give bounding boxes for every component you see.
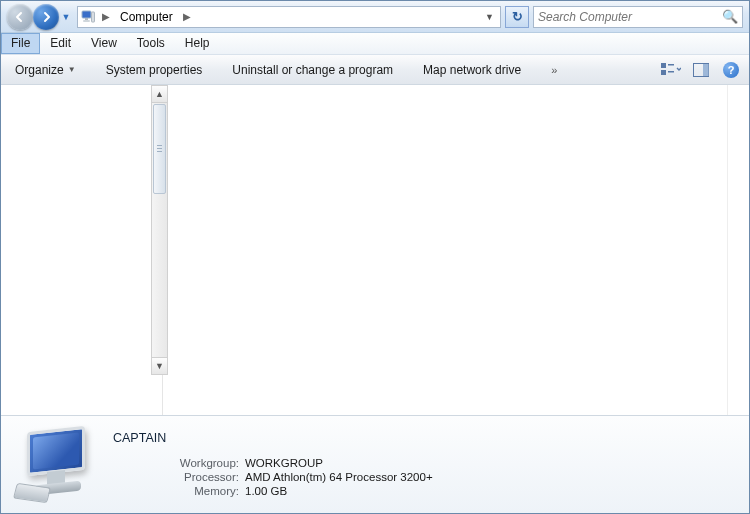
svg-rect-6 (668, 64, 674, 66)
detail-row-memory: Memory: 1.00 GB (113, 485, 737, 497)
address-bar[interactable]: ▶ Computer ▶ ▼ (77, 6, 501, 28)
svg-rect-3 (92, 12, 95, 22)
arrow-right-icon (40, 11, 52, 23)
svg-rect-4 (661, 63, 666, 68)
navigation-pane[interactable]: ▲ ▼ (1, 85, 163, 415)
refresh-icon: ↻ (512, 9, 523, 24)
detail-label: Processor: (113, 471, 245, 483)
menu-edit[interactable]: Edit (40, 33, 81, 54)
detail-row-workgroup: Workgroup: WORKGROUP (113, 457, 737, 469)
arrow-left-icon (14, 11, 26, 23)
content-area: ▲ ▼ (1, 85, 749, 415)
detail-row-processor: Processor: AMD Athlon(tm) 64 Processor 3… (113, 471, 737, 483)
navigation-bar: ▼ ▶ Computer ▶ ▼ ↻ 🔍 (1, 1, 749, 33)
menu-tools[interactable]: Tools (127, 33, 175, 54)
detail-value: AMD Athlon(tm) 64 Processor 3200+ (245, 471, 433, 483)
back-button[interactable] (7, 4, 33, 30)
detail-value: WORKGROUP (245, 457, 323, 469)
svg-rect-5 (661, 70, 666, 75)
menu-view[interactable]: View (81, 33, 127, 54)
svg-rect-7 (668, 71, 674, 73)
forward-button[interactable] (33, 4, 59, 30)
search-icon: 🔍 (722, 9, 738, 24)
preview-pane-icon (693, 63, 709, 77)
map-network-drive-button[interactable]: Map network drive (417, 59, 527, 81)
chevron-right-icon[interactable]: ▶ (181, 11, 193, 22)
details-pane: CAPTAIN Workgroup: WORKGROUP Processor: … (1, 415, 749, 513)
chevron-right-icon: ▶ (100, 11, 112, 22)
detail-value: 1.00 GB (245, 485, 287, 497)
svg-rect-1 (85, 18, 88, 20)
refresh-button[interactable]: ↻ (505, 6, 529, 28)
change-view-button[interactable] (661, 60, 681, 80)
system-properties-button[interactable]: System properties (100, 59, 209, 81)
command-bar: Organize ▼ System properties Uninstall o… (1, 55, 749, 85)
help-icon: ? (723, 62, 739, 78)
address-dropdown[interactable]: ▼ (481, 12, 498, 22)
details-text: CAPTAIN Workgroup: WORKGROUP Processor: … (113, 431, 737, 499)
computer-icon (80, 9, 96, 25)
right-edge (727, 85, 749, 415)
organize-button[interactable]: Organize ▼ (9, 59, 82, 81)
computer-large-icon (13, 425, 99, 505)
view-icon (661, 62, 681, 78)
menu-help[interactable]: Help (175, 33, 220, 54)
toolbar-right: ? (661, 60, 741, 80)
explorer-window: ▼ ▶ Computer ▶ ▼ ↻ 🔍 File Edit View Tool… (0, 0, 750, 514)
chevron-down-icon: ▼ (68, 65, 76, 74)
nav-back-forward: ▼ (7, 4, 73, 30)
detail-label: Workgroup: (113, 457, 245, 469)
svg-rect-9 (703, 64, 709, 76)
search-input[interactable] (538, 10, 722, 24)
menu-bar: File Edit View Tools Help (1, 33, 749, 55)
toolbar-overflow[interactable]: » (545, 60, 564, 80)
breadcrumb-computer[interactable]: Computer (116, 8, 177, 26)
organize-label: Organize (15, 63, 64, 77)
search-box[interactable]: 🔍 (533, 6, 743, 28)
computer-name: CAPTAIN (113, 431, 737, 445)
help-button[interactable]: ? (721, 60, 741, 80)
svg-rect-2 (83, 20, 90, 22)
file-list-pane[interactable] (169, 85, 749, 415)
history-dropdown[interactable]: ▼ (59, 4, 73, 30)
preview-pane-button[interactable] (691, 60, 711, 80)
menu-file[interactable]: File (1, 33, 40, 54)
uninstall-program-button[interactable]: Uninstall or change a program (226, 59, 399, 81)
detail-label: Memory: (113, 485, 245, 497)
svg-rect-0 (82, 11, 91, 18)
